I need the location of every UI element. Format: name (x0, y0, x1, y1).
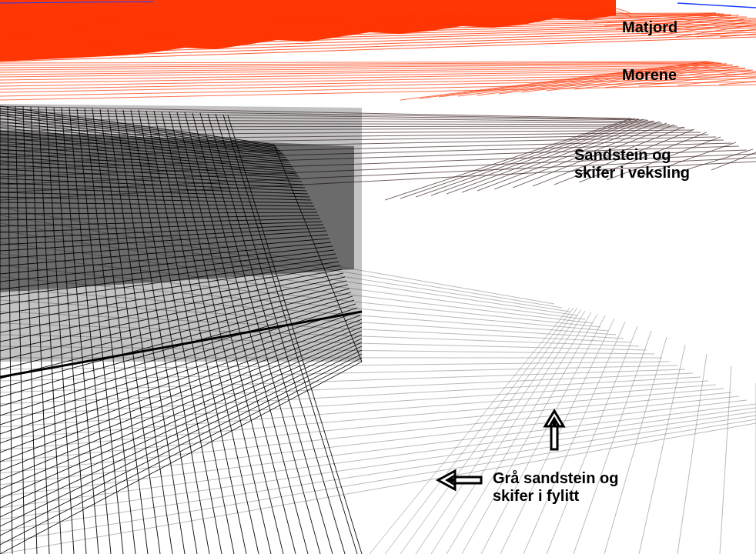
label-matjord: Matjord (622, 18, 677, 36)
arrow-left-icon (438, 471, 481, 489)
label-sandstein-veksling: Sandstein og skifer i veksling (574, 146, 690, 182)
accent-line (677, 3, 756, 8)
arrow-up-icon (545, 411, 564, 449)
geological-3d-wireframe: Matjord Morene Sandstein og skifer i vek… (0, 0, 756, 554)
foreground-dense-mesh (0, 104, 362, 554)
label-gra-sandstein: Grå sandstein og skifer i fylitt (493, 469, 618, 505)
label-morene: Morene (622, 66, 677, 84)
